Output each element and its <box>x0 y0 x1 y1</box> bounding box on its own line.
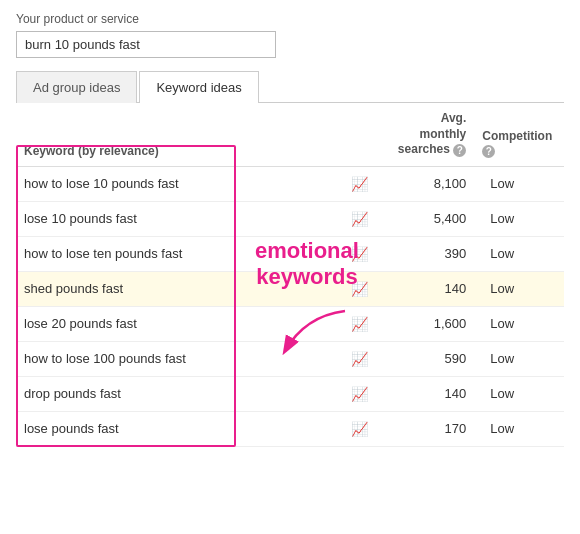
table-row: drop pounds fast📈140Low <box>16 376 564 411</box>
chart-icon: 📈 <box>351 281 368 297</box>
keyword-cell: drop pounds fast <box>16 376 331 411</box>
chart-cell[interactable]: 📈 <box>331 376 388 411</box>
chart-icon: 📈 <box>351 421 368 437</box>
searches-cell: 140 <box>388 376 474 411</box>
chart-cell[interactable]: 📈 <box>331 341 388 376</box>
competition-cell: Low <box>474 236 564 271</box>
col-searches: Avg. monthly searches ? <box>388 103 474 166</box>
keyword-cell: how to lose 10 pounds fast <box>16 166 331 201</box>
chart-cell[interactable]: 📈 <box>331 236 388 271</box>
chart-icon: 📈 <box>351 246 368 262</box>
competition-cell: Low <box>474 201 564 236</box>
chart-icon: 📈 <box>351 316 368 332</box>
chart-cell[interactable]: 📈 <box>331 201 388 236</box>
searches-help-icon[interactable]: ? <box>453 144 466 157</box>
tabs-row: Ad group ideas Keyword ideas <box>16 70 564 103</box>
table-row: shed pounds fast📈140Low <box>16 271 564 306</box>
table-row: lose 20 pounds fast📈1,600Low <box>16 306 564 341</box>
product-label: Your product or service <box>16 12 564 26</box>
col-chart <box>331 103 388 166</box>
chart-icon: 📈 <box>351 176 368 192</box>
chart-cell[interactable]: 📈 <box>331 306 388 341</box>
keyword-table: Keyword (by relevance) Avg. monthly sear… <box>16 103 564 447</box>
table-row: lose pounds fast📈170Low <box>16 411 564 446</box>
tab-keyword-ideas[interactable]: Keyword ideas <box>139 71 258 103</box>
keyword-cell: how to lose ten pounds fast <box>16 236 331 271</box>
keyword-cell: shed pounds fast <box>16 271 331 306</box>
table-row: how to lose 100 pounds fast📈590Low <box>16 341 564 376</box>
table-row: how to lose ten pounds fast📈390Low <box>16 236 564 271</box>
competition-help-icon[interactable]: ? <box>482 145 495 158</box>
competition-cell: Low <box>474 306 564 341</box>
chart-icon: 📈 <box>351 386 368 402</box>
competition-cell: Low <box>474 341 564 376</box>
chart-icon: 📈 <box>351 211 368 227</box>
col-competition: Competition ? <box>474 103 564 166</box>
competition-cell: Low <box>474 166 564 201</box>
chart-cell[interactable]: 📈 <box>331 271 388 306</box>
chart-icon: 📈 <box>351 351 368 367</box>
keyword-cell: lose 20 pounds fast <box>16 306 331 341</box>
keyword-cell: lose 10 pounds fast <box>16 201 331 236</box>
keyword-cell: lose pounds fast <box>16 411 331 446</box>
competition-cell: Low <box>474 411 564 446</box>
searches-cell: 8,100 <box>388 166 474 201</box>
table-section: emotionalkeywords Keyword (by relevance)… <box>0 103 580 447</box>
keyword-cell: how to lose 100 pounds fast <box>16 341 331 376</box>
competition-cell: Low <box>474 376 564 411</box>
searches-cell: 1,600 <box>388 306 474 341</box>
searches-cell: 170 <box>388 411 474 446</box>
tab-ad-group[interactable]: Ad group ideas <box>16 71 137 103</box>
searches-cell: 390 <box>388 236 474 271</box>
chart-cell[interactable]: 📈 <box>331 166 388 201</box>
competition-cell: Low <box>474 271 564 306</box>
searches-cell: 140 <box>388 271 474 306</box>
product-input[interactable] <box>16 31 276 58</box>
top-section: Your product or service Ad group ideas K… <box>0 0 580 103</box>
searches-cell: 5,400 <box>388 201 474 236</box>
searches-cell: 590 <box>388 341 474 376</box>
chart-cell[interactable]: 📈 <box>331 411 388 446</box>
col-keyword: Keyword (by relevance) <box>16 103 331 166</box>
table-row: how to lose 10 pounds fast📈8,100Low <box>16 166 564 201</box>
table-header-row: Keyword (by relevance) Avg. monthly sear… <box>16 103 564 166</box>
table-row: lose 10 pounds fast📈5,400Low <box>16 201 564 236</box>
